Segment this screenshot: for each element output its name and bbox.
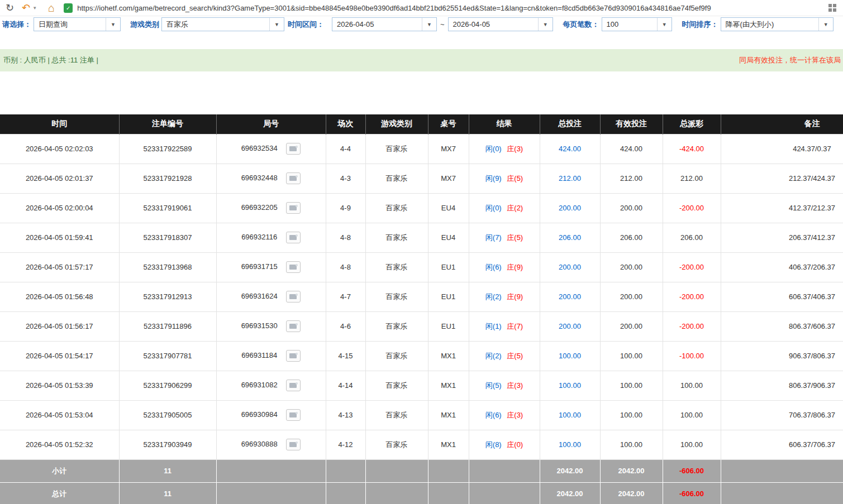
result-banker: 庄(3)	[507, 411, 523, 419]
chevron-down-icon[interactable]: ▼	[538, 18, 553, 31]
round-detail-icon[interactable]	[286, 172, 301, 184]
note-cell: 406.37/206.37	[721, 252, 843, 282]
result-player: 闲(2)	[485, 292, 502, 301]
round-cell: 696931184	[216, 341, 326, 371]
undo-icon[interactable]: ↶	[22, 2, 30, 14]
reload-icon[interactable]: ↻	[6, 2, 14, 14]
round-detail-icon[interactable]	[286, 232, 301, 243]
result-cell: 闲(2) 庄(5)	[469, 341, 540, 371]
session-cell: 4-15	[326, 341, 365, 371]
result-banker: 庄(2)	[507, 204, 523, 212]
game-type-dropdown[interactable]: 百家乐 ▼	[161, 17, 284, 31]
date-to-dropdown[interactable]: 2026-04-05 ▼	[448, 17, 553, 31]
round-detail-icon[interactable]	[286, 409, 301, 421]
total-bet-link[interactable]: 200.00	[559, 292, 581, 301]
table-no-cell: EU1	[428, 282, 469, 311]
sort-order-label: 时间排序：	[682, 20, 718, 30]
result-player: 闲(6)	[485, 411, 502, 419]
col-bet-id: 注单编号	[119, 114, 216, 134]
game-type-value: 百家乐	[162, 18, 269, 31]
payout-cell: 212.00	[663, 164, 721, 193]
home-icon[interactable]: ⌂	[48, 2, 55, 15]
session-cell: 4-4	[326, 134, 365, 164]
round-detail-icon[interactable]	[286, 350, 301, 362]
chevron-down-icon[interactable]: ▼	[818, 18, 833, 31]
table-no-cell: MX1	[428, 400, 469, 430]
round-detail-icon[interactable]	[286, 202, 301, 214]
page-size-value: 100	[602, 18, 657, 31]
select-type-dropdown[interactable]: 日期查询 ▼	[34, 17, 121, 31]
bet-id-cell: 523317903949	[119, 430, 216, 459]
table-no-cell: MX7	[428, 134, 469, 164]
time-cell: 2026-04-05 01:56:17	[0, 311, 119, 341]
result-cell: 闲(1) 庄(7)	[469, 311, 540, 341]
table-row: 2026-04-05 01:53:04 523317905005 6969309…	[0, 400, 843, 430]
round-detail-icon[interactable]	[286, 291, 301, 303]
time-cell: 2026-04-05 01:57:17	[0, 252, 119, 282]
chevron-down-icon[interactable]: ▼	[422, 18, 436, 31]
date-from-value: 2026-04-05	[332, 18, 422, 31]
total-bet-link[interactable]: 100.00	[559, 381, 581, 390]
grand-total-label: 总计	[0, 482, 119, 504]
round-detail-icon[interactable]	[286, 439, 301, 450]
time-cell: 2026-04-05 02:01:37	[0, 164, 119, 193]
time-cell: 2026-04-05 01:56:48	[0, 282, 119, 311]
time-cell: 2026-04-05 01:52:32	[0, 430, 119, 459]
bet-id-cell: 523317918307	[119, 223, 216, 252]
grand-total-count: 11	[119, 482, 216, 504]
bet-id-cell: 523317919061	[119, 193, 216, 223]
browser-toolbar: ↻ ↶ ▼ ⌂ ✓ https://iohetf.com/game/betrec…	[0, 0, 843, 16]
game-type-cell: 百家乐	[365, 371, 428, 400]
result-cell: 闲(5) 庄(3)	[469, 371, 540, 400]
time-range-label: 时间区间：	[288, 20, 324, 30]
total-bet-link[interactable]: 200.00	[559, 263, 581, 271]
round-detail-icon[interactable]	[286, 261, 301, 273]
total-bet-cell: 206.00	[540, 223, 600, 252]
payout-cell: -200.00	[663, 282, 721, 311]
result-cell: 闲(2) 庄(9)	[469, 282, 540, 311]
chevron-down-icon[interactable]: ▼	[657, 18, 671, 31]
round-cell: 696932116	[216, 223, 326, 252]
address-bar[interactable]: https://iohetf.com/game/betrecord_search…	[77, 4, 824, 12]
payout-cell: 100.00	[663, 430, 721, 459]
round-id: 696931624	[241, 292, 278, 300]
total-bet-link[interactable]: 100.00	[559, 411, 581, 419]
security-shield-icon[interactable]: ✓	[64, 3, 73, 13]
result-player: 闲(9)	[485, 174, 502, 183]
payout-cell: -200.00	[663, 311, 721, 341]
total-bet-link[interactable]: 424.00	[559, 145, 581, 153]
subtotal-valid-bet: 2042.00	[600, 459, 663, 482]
round-detail-icon[interactable]	[286, 380, 301, 391]
result-player: 闲(5)	[485, 381, 502, 390]
chevron-down-icon[interactable]: ▼	[269, 18, 284, 31]
sort-order-dropdown[interactable]: 降幂(由大到小) ▼	[721, 17, 834, 31]
note-cell: 606.37/406.37	[721, 282, 843, 311]
total-bet-cell: 212.00	[540, 164, 600, 193]
note-cell: 412.37/212.37	[721, 193, 843, 223]
page-size-dropdown[interactable]: 100 ▼	[602, 17, 672, 31]
bet-id-cell: 523317905005	[119, 400, 216, 430]
round-id: 696931530	[241, 321, 278, 330]
browser-extension-icon[interactable]	[828, 4, 837, 12]
result-banker: 庄(3)	[507, 381, 523, 390]
result-banker: 庄(0)	[507, 440, 523, 449]
chevron-down-icon[interactable]: ▼	[106, 18, 120, 31]
payout-cell: 100.00	[663, 371, 721, 400]
note-cell: 424.37/0.37	[721, 134, 843, 164]
total-bet-link[interactable]: 206.00	[559, 233, 581, 242]
result-player: 闲(2)	[485, 352, 502, 360]
total-bet-link[interactable]: 212.00	[559, 174, 581, 183]
round-detail-icon[interactable]	[286, 143, 301, 155]
total-bet-link[interactable]: 100.00	[559, 352, 581, 360]
table-no-cell: MX1	[428, 341, 469, 371]
total-bet-link[interactable]: 100.00	[559, 440, 581, 449]
date-from-dropdown[interactable]: 2026-04-05 ▼	[332, 17, 437, 31]
select-type-value: 日期查询	[34, 18, 106, 31]
total-bet-link[interactable]: 200.00	[559, 322, 581, 330]
round-detail-icon[interactable]	[286, 320, 301, 332]
valid-bet-cell: 424.00	[600, 134, 663, 164]
undo-history-caret-icon[interactable]: ▼	[32, 6, 37, 11]
game-type-cell: 百家乐	[365, 193, 428, 223]
bet-id-cell: 523317913968	[119, 252, 216, 282]
total-bet-link[interactable]: 200.00	[559, 204, 581, 212]
